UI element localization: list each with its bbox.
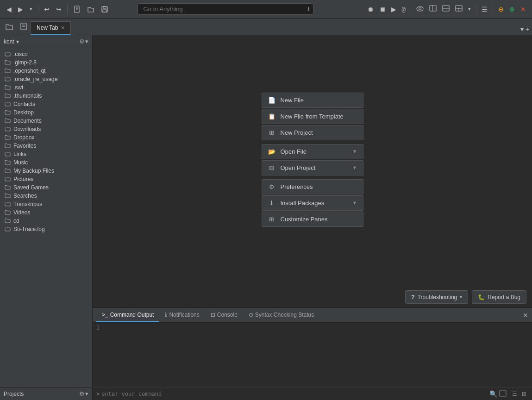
toolbar: ◀ ▶ ▾ ↩ ↪ ℹ ⏺ ⏹ ▶ @ ▾ ☰ xyxy=(0,0,532,19)
list-item[interactable]: Searches xyxy=(0,192,92,200)
save-toolbar-button[interactable] xyxy=(98,4,111,15)
preferences-button[interactable]: ⚙Preferences xyxy=(262,179,363,194)
back-button[interactable]: ◀ xyxy=(4,4,14,15)
list-item[interactable]: .gimp-2.8 xyxy=(0,58,92,67)
file-name: Downloads xyxy=(13,126,41,132)
add-tab-button[interactable]: + xyxy=(526,25,529,33)
report-bug-button[interactable]: 🐛 Report a Bug xyxy=(472,290,526,304)
panel-list-button[interactable]: ☰ xyxy=(510,390,519,398)
search-input[interactable] xyxy=(138,3,313,15)
list-item[interactable]: .cisco xyxy=(0,50,92,58)
svg-rect-0 xyxy=(75,6,79,12)
tab-notifications[interactable]: ℹNotifications xyxy=(159,309,205,322)
stop-button[interactable]: ⏹ xyxy=(377,4,388,15)
list-item[interactable]: Saved Games xyxy=(0,183,92,192)
sidebar: kent ▾ ⚙ ▾ .cisco .gimp-2.8 .openshot_qt… xyxy=(0,35,93,400)
layout-dropdown-button[interactable]: ▾ xyxy=(466,4,473,14)
command-right-buttons: 🔍 xyxy=(489,390,507,398)
troubleshooting-button[interactable]: ? Troubleshooting ▾ xyxy=(405,290,469,304)
layout3-button[interactable] xyxy=(453,3,465,15)
list-item[interactable]: cd xyxy=(0,217,92,225)
folder-tab-button[interactable] xyxy=(2,21,17,35)
open-file-toolbar-button[interactable] xyxy=(84,4,97,15)
tool-actions-group: ⚙Preferences⬇Install Packages▼⊞Customize… xyxy=(262,179,363,227)
list-item[interactable]: .openshot_qt xyxy=(0,67,92,75)
list-item[interactable]: Videos xyxy=(0,208,92,217)
bottom-panel: >_Command OutputℹNotifications⊡Console⊙S… xyxy=(93,307,532,400)
list-item[interactable]: Dropbox xyxy=(0,133,92,142)
minimize-button[interactable]: ⊖ xyxy=(496,4,506,15)
separator-1 xyxy=(38,5,38,14)
file-folder-icon xyxy=(5,118,11,124)
list-item[interactable]: My Backup Files xyxy=(0,167,92,175)
layout2-button[interactable] xyxy=(440,3,452,15)
list-item[interactable]: Music xyxy=(0,158,92,167)
panel-close-button[interactable]: ✕ xyxy=(523,312,528,319)
list-item[interactable]: Favorites xyxy=(0,142,92,150)
customize-panes-button[interactable]: ⊞Customize Panes xyxy=(262,212,363,227)
file-folder-icon xyxy=(5,176,11,182)
install-packages-button[interactable]: ⬇Install Packages▼ xyxy=(262,195,363,211)
command-search-button[interactable]: 🔍 xyxy=(489,390,497,398)
content-area: 📄New File📋New File from Template⊞New Pro… xyxy=(93,35,532,400)
redo-button[interactable]: ↪ xyxy=(53,4,64,15)
nav-dropdown-button[interactable]: ▾ xyxy=(27,4,35,14)
tab-console[interactable]: ⊡Console xyxy=(205,309,243,322)
tab-new-tab[interactable]: New Tab ✕ xyxy=(31,21,71,35)
file-folder-icon xyxy=(5,185,11,191)
list-item[interactable]: Contacts xyxy=(0,100,92,108)
list-item[interactable]: Links xyxy=(0,150,92,158)
close-button[interactable]: ✕ xyxy=(518,4,528,15)
sidebar-settings-button[interactable]: ⚙ ▾ xyxy=(79,38,88,45)
undo-button[interactable]: ↩ xyxy=(41,4,52,15)
list-item[interactable]: Downloads xyxy=(0,125,92,133)
dropdown-arrow-icon: ▼ xyxy=(352,149,357,154)
open-file-icon: 📂 xyxy=(268,148,276,155)
list-item[interactable]: .oracle_jre_usage xyxy=(0,75,92,83)
projects-settings-button[interactable]: ⚙ ▾ xyxy=(79,390,88,397)
list-item[interactable]: .swt xyxy=(0,83,92,92)
tab-close-icon[interactable]: ✕ xyxy=(61,25,65,31)
sidebar-header-label[interactable]: kent ▾ xyxy=(4,38,19,45)
svg-point-7 xyxy=(417,6,423,11)
command-input[interactable] xyxy=(101,391,489,397)
forward-button[interactable]: ▶ xyxy=(15,4,26,15)
list-item[interactable]: .thumbnails xyxy=(0,92,92,100)
toolbar-right: ⏺ ⏹ ▶ @ ▾ ☰ ⊖ ⊕ ✕ xyxy=(365,3,528,15)
new-file-tab-button[interactable] xyxy=(17,20,31,35)
projects-label: Projects xyxy=(4,391,24,397)
command-terminal-button[interactable] xyxy=(499,390,507,398)
troubleshooting-arrow-icon: ▾ xyxy=(460,294,462,300)
list-item[interactable]: Transkribus xyxy=(0,200,92,208)
new-file-button[interactable]: 📄New File xyxy=(262,93,363,108)
open-file-button[interactable]: 📂Open File▼ xyxy=(262,144,363,159)
separator-3 xyxy=(411,5,411,14)
troubleshooting-icon: ? xyxy=(411,294,415,300)
svg-rect-5 xyxy=(103,6,106,8)
play-button[interactable]: ▶ xyxy=(389,4,399,15)
list-item[interactable]: Documents xyxy=(0,117,92,125)
dropdown-arrow-icon: ▼ xyxy=(352,200,357,206)
list-item[interactable]: Desktop xyxy=(0,108,92,117)
list-item[interactable]: Pictures xyxy=(0,175,92,183)
open-project-button[interactable]: ⊟Open Project▼ xyxy=(262,160,363,175)
macro-button[interactable]: @ xyxy=(400,4,408,15)
file-name: Transkribus xyxy=(13,201,42,207)
notifications-label: Notifications xyxy=(169,312,199,318)
new-file-toolbar-button[interactable] xyxy=(70,4,83,15)
list-item[interactable]: Sti-Trace.log xyxy=(0,225,92,233)
new-file-label: New File xyxy=(281,97,304,104)
tab-command-output[interactable]: >_Command Output xyxy=(96,309,159,322)
tab-syntax-checking[interactable]: ⊙Syntax Checking Status xyxy=(243,309,319,322)
maximize-button[interactable]: ⊕ xyxy=(507,4,517,15)
more-tabs-button[interactable]: ▾ xyxy=(520,25,524,33)
sidebar-header: kent ▾ ⚙ ▾ xyxy=(0,35,92,48)
new-project-button[interactable]: ⊞New Project xyxy=(262,125,363,140)
new-file-template-button[interactable]: 📋New File from Template xyxy=(262,109,363,124)
hamburger-button[interactable]: ☰ xyxy=(479,4,490,15)
layout1-button[interactable] xyxy=(427,3,439,15)
panel-grid-button[interactable]: ⊞ xyxy=(520,390,528,398)
record-button[interactable]: ⏺ xyxy=(365,4,376,15)
eye-button[interactable] xyxy=(414,4,426,15)
file-name: Saved Games xyxy=(13,184,49,191)
